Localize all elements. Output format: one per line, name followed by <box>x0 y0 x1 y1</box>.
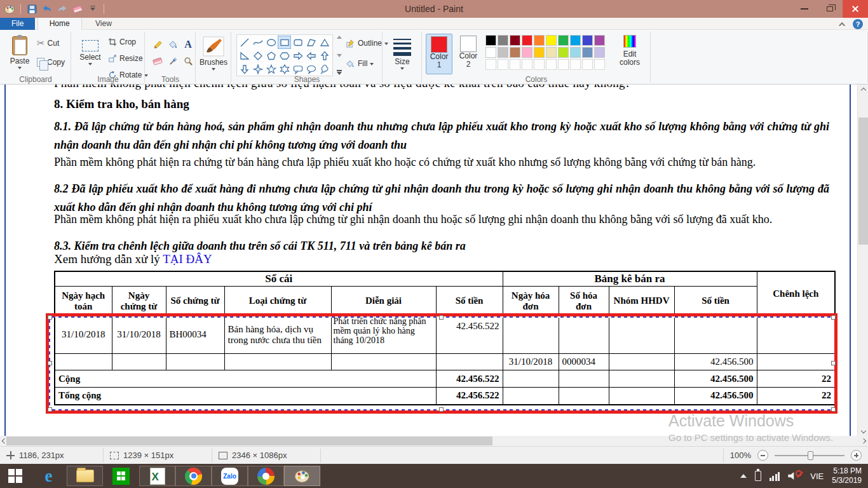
selection-handle-nw[interactable] <box>48 315 52 320</box>
shape-five-point-star[interactable] <box>264 62 278 76</box>
palette-empty-slot[interactable] <box>510 59 520 70</box>
horizontal-scroll-thumb[interactable] <box>6 437 492 445</box>
selection-handle-n[interactable] <box>439 315 444 320</box>
crop-button[interactable]: Crop <box>108 35 148 49</box>
tab-home[interactable]: Home <box>37 18 82 30</box>
shape-ellipse[interactable] <box>264 36 278 49</box>
paint-canvas[interactable]: Phần mềm không phát hiện chênh lệch giữa… <box>0 85 857 436</box>
selection-rectangle[interactable] <box>46 313 837 414</box>
shape-hexagon[interactable] <box>278 49 291 62</box>
taskbar-coccoc[interactable] <box>248 466 284 486</box>
start-button[interactable] <box>0 464 31 488</box>
selection-handle-w[interactable] <box>48 361 52 365</box>
shape-line[interactable] <box>238 36 251 49</box>
clock[interactable]: 5:18 PM 5/3/2019 <box>832 466 862 485</box>
palette-swatch[interactable] <box>534 35 545 46</box>
pencil-tool-button[interactable] <box>151 37 164 51</box>
shape-right-triangle[interactable] <box>238 49 251 62</box>
taskbar-zalo[interactable]: Zalo <box>212 466 248 486</box>
palette-swatch[interactable] <box>498 47 508 58</box>
tab-file[interactable]: File <box>0 18 35 30</box>
shape-rectangle-selected[interactable] <box>278 36 291 49</box>
shape-rounded-rectangle[interactable] <box>291 36 304 49</box>
paint-logo-icon[interactable] <box>4 3 15 15</box>
palette-swatch[interactable] <box>570 47 581 58</box>
selection-handle-s[interactable] <box>439 407 444 412</box>
palette-swatch[interactable] <box>522 35 532 46</box>
cut-button[interactable]: ✂ Cut <box>37 36 65 50</box>
qat-customize-dropdown-icon[interactable] <box>87 3 98 15</box>
shape-right-arrow[interactable] <box>291 49 304 62</box>
palette-empty-slot[interactable] <box>594 59 605 70</box>
palette-empty-slot[interactable] <box>522 59 532 70</box>
palette-swatch[interactable] <box>522 47 532 58</box>
restore-button[interactable] <box>817 0 843 18</box>
select-button[interactable]: Select <box>75 33 105 65</box>
battery-icon[interactable] <box>755 471 761 481</box>
shape-four-point-star[interactable] <box>251 62 264 76</box>
shape-left-arrow[interactable] <box>304 49 318 62</box>
palette-swatch[interactable] <box>510 35 520 46</box>
eraser-tool-button[interactable] <box>151 54 164 68</box>
shape-pentagon[interactable] <box>264 49 278 62</box>
fill-button[interactable]: Fill <box>346 57 388 71</box>
palette-empty-slot[interactable] <box>582 59 593 70</box>
palette-swatch[interactable] <box>546 35 557 46</box>
edit-colors-button[interactable]: Edit colors <box>613 35 647 67</box>
volume-muted-icon[interactable] <box>788 470 802 482</box>
palette-empty-slot[interactable] <box>534 59 545 70</box>
shape-oval-callout[interactable] <box>304 62 318 76</box>
palette-swatch[interactable] <box>558 47 569 58</box>
taskbar-excel[interactable]: X <box>139 466 175 486</box>
shape-diamond[interactable] <box>251 49 264 62</box>
selection-handle-se[interactable] <box>831 407 836 412</box>
qat-eraser-icon[interactable] <box>72 3 83 15</box>
palette-swatch[interactable] <box>582 47 593 58</box>
zoom-slider-thumb[interactable] <box>808 451 813 460</box>
zoom-out-button[interactable] <box>757 450 768 461</box>
palette-swatch[interactable] <box>510 47 520 58</box>
shape-cloud-callout[interactable] <box>318 62 331 76</box>
resize-button[interactable]: Resize <box>108 51 148 65</box>
magnifier-tool-button[interactable] <box>182 54 194 68</box>
brushes-button[interactable]: Brushes <box>198 33 229 71</box>
scroll-up-icon[interactable] <box>858 85 868 95</box>
palette-swatch[interactable] <box>485 47 496 58</box>
fill-tool-button[interactable] <box>166 37 179 51</box>
redo-icon[interactable] <box>57 3 68 15</box>
taskbar-internet-explorer[interactable]: e <box>31 466 67 486</box>
text-tool-button[interactable]: A <box>182 37 194 51</box>
shape-polygon[interactable] <box>304 36 318 49</box>
selection-handle-ne[interactable] <box>831 315 836 320</box>
palette-swatch[interactable] <box>594 35 605 46</box>
palette-swatch[interactable] <box>570 35 581 46</box>
palette-swatch[interactable] <box>558 35 569 46</box>
undo-icon[interactable] <box>41 3 53 15</box>
color1-button[interactable]: Color 1 <box>426 34 452 74</box>
outline-button[interactable]: Outline <box>346 36 388 50</box>
shape-triangle[interactable] <box>318 36 331 49</box>
paste-button[interactable]: Paste <box>5 33 34 69</box>
language-indicator[interactable]: VIE <box>810 471 824 481</box>
taskbar-file-explorer[interactable] <box>67 466 103 486</box>
shapes-scroll-down-icon[interactable] <box>337 54 342 57</box>
minimize-button[interactable] <box>792 0 817 18</box>
shape-six-point-star[interactable] <box>278 62 291 76</box>
palette-empty-slot[interactable] <box>546 59 557 70</box>
show-hidden-icons[interactable] <box>740 474 747 478</box>
selection-handle-sw[interactable] <box>48 407 52 412</box>
tab-view[interactable]: View <box>84 18 123 30</box>
zoom-in-button[interactable] <box>851 450 862 461</box>
size-button[interactable]: Size <box>387 33 417 70</box>
shape-down-arrow[interactable] <box>238 62 251 76</box>
taskbar-store[interactable] <box>103 466 139 486</box>
shape-curve[interactable] <box>251 36 264 49</box>
palette-swatch[interactable] <box>485 35 496 46</box>
scroll-right-icon[interactable] <box>859 436 868 446</box>
save-icon[interactable] <box>26 3 37 15</box>
shapes-scroll-up-icon[interactable] <box>337 36 342 39</box>
copy-button[interactable]: Copy <box>37 55 65 69</box>
palette-empty-slot[interactable] <box>485 59 496 70</box>
vertical-scroll-thumb[interactable] <box>858 118 868 245</box>
palette-swatch[interactable] <box>534 47 545 58</box>
